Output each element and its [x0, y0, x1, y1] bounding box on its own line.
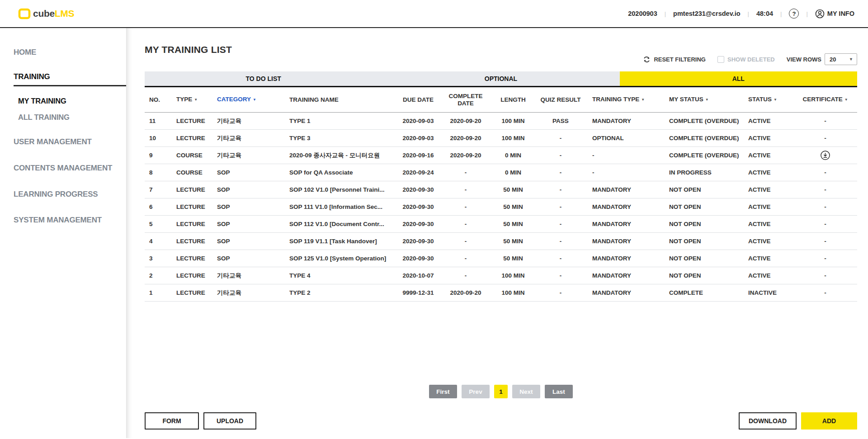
cell-category: 기타교육: [212, 289, 285, 297]
download-button[interactable]: DOWNLOAD: [739, 412, 797, 430]
cell-status: ACTIVE: [744, 135, 793, 142]
chevron-down-icon: ▼: [849, 57, 853, 61]
table-row[interactable]: 4LECTURESOPSOP 119 V1.1 [Task Handover]2…: [145, 233, 857, 250]
sidebar-item-home[interactable]: HOME: [14, 47, 126, 57]
column-header-category[interactable]: CATEGORY▼: [212, 96, 285, 104]
pagination-prev[interactable]: Prev: [462, 385, 490, 398]
tab-optional[interactable]: OPTIONAL: [382, 71, 619, 86]
active-section-underline: [14, 85, 126, 86]
cell-status: ACTIVE: [744, 238, 793, 245]
show-deleted-checkbox[interactable]: [717, 56, 724, 63]
sidebar-item-user-management[interactable]: USER MANAGEMENT: [14, 137, 126, 147]
cell-complete: -: [439, 186, 493, 193]
view-rows-select[interactable]: 20 ▼: [825, 53, 857, 65]
sidebar: HOMETRAININGMY TRAININGALL TRAININGUSER …: [0, 28, 127, 438]
cell-no: 11: [145, 118, 172, 124]
cell-due: 2020-09-30: [398, 186, 439, 193]
cell-training_type: -: [588, 169, 665, 176]
footer-actions: FORMUPLOAD DOWNLOADADD: [145, 412, 857, 430]
pagination-first[interactable]: First: [429, 385, 457, 398]
sidebar-item-contents-management[interactable]: CONTENTS MANAGEMENT: [14, 163, 126, 173]
tab-to-do-list[interactable]: TO DO LIST: [145, 71, 382, 86]
cell-my_status: NOT OPEN: [665, 221, 744, 227]
cell-status: ACTIVE: [744, 186, 793, 193]
cell-name: SOP 112 V1.0 [Document Contr...: [285, 221, 398, 227]
help-icon[interactable]: ?: [789, 9, 799, 19]
column-header-complete: COMPLETE DATE: [439, 93, 493, 107]
cell-length: 0 MIN: [493, 169, 533, 176]
column-header-training_type[interactable]: TRAINING TYPE▼: [588, 96, 665, 104]
sidebar-item-learning-progress[interactable]: LEARNING PROGRESS: [14, 189, 126, 199]
footer-actions-left: FORMUPLOAD: [145, 412, 256, 430]
session-timer: 48:04: [756, 10, 773, 17]
table-row[interactable]: 11LECTURE기타교육TYPE 12020-09-032020-09-201…: [145, 113, 857, 130]
my-info-button[interactable]: MY INFO: [815, 9, 854, 19]
app-logo[interactable]: cubeLMS: [18, 8, 74, 19]
cell-complete: -: [439, 203, 493, 210]
sidebar-item-my-training[interactable]: MY TRAINING: [18, 96, 126, 106]
cell-status: INACTIVE: [744, 289, 793, 296]
cell-complete: 2020-09-20: [439, 135, 493, 142]
column-header-status[interactable]: STATUS▼: [744, 96, 793, 104]
tab-all[interactable]: ALL: [620, 71, 857, 86]
cell-certificate: -: [793, 238, 857, 245]
cell-type: LECTURE: [172, 289, 212, 296]
add-button[interactable]: ADD: [801, 412, 857, 430]
cell-due: 2020-09-24: [398, 169, 439, 176]
column-header-name: TRAINING NAME: [285, 96, 398, 104]
cell-quiz: PASS: [533, 118, 588, 124]
cell-name: TYPE 4: [285, 272, 398, 279]
cell-type: LECTURE: [172, 238, 212, 245]
column-label-status: STATUS: [748, 96, 772, 103]
table-row[interactable]: 8COURSESOPSOP for QA Associate2020-09-24…: [145, 164, 857, 181]
pagination-next[interactable]: Next: [512, 385, 540, 398]
sidebar-item-all-training[interactable]: ALL TRAINING: [18, 112, 126, 122]
table-row[interactable]: 6LECTURESOPSOP 111 V1.0 [Information Sec…: [145, 198, 857, 216]
pagination: FirstPrev1NextLast: [145, 385, 857, 398]
cell-name: TYPE 1: [285, 118, 398, 124]
cell-complete: -: [439, 238, 493, 245]
cell-type: COURSE: [172, 169, 212, 176]
table-row[interactable]: 2LECTURE기타교육TYPE 42020-10-07-100 MIN-MAN…: [145, 267, 857, 284]
cell-certificate: -: [793, 289, 857, 296]
column-header-my_status[interactable]: MY STATUS▼: [665, 96, 744, 104]
cell-type: COURSE: [172, 152, 212, 159]
cube-logo-icon: [18, 8, 31, 19]
cell-due: 2020-09-30: [398, 238, 439, 245]
cell-complete: 2020-09-20: [439, 118, 493, 124]
cell-training_type: MANDATORY: [588, 203, 665, 210]
top-header: cubeLMS 20200903 | pmtest231@crsdev.io |…: [0, 0, 868, 28]
column-header-type[interactable]: TYPE▼: [172, 96, 212, 104]
upload-button[interactable]: UPLOAD: [203, 412, 256, 430]
cell-my_status: IN PROGRESS: [665, 169, 744, 176]
column-header-quiz: QUIZ RESULT: [533, 96, 588, 104]
cell-training_type: MANDATORY: [588, 186, 665, 193]
cell-type: LECTURE: [172, 221, 212, 227]
cell-training_type: MANDATORY: [588, 272, 665, 279]
table-row[interactable]: 1LECTURE기타교육TYPE 29999-12-312020-09-2010…: [145, 284, 857, 302]
cell-quiz: -: [533, 289, 588, 296]
form-button[interactable]: FORM: [145, 412, 199, 430]
table-row[interactable]: 9COURSE기타교육2020-09 종사자교육 - 모니터요원2020-09-…: [145, 147, 857, 164]
table-row[interactable]: 5LECTURESOPSOP 112 V1.0 [Document Contr.…: [145, 216, 857, 233]
session-date: 20200903: [628, 10, 657, 17]
cell-status: ACTIVE: [744, 169, 793, 176]
table-row[interactable]: 7LECTURESOPSOP 102 V1.0 [Personnel Train…: [145, 181, 857, 198]
cell-name: 2020-09 종사자교육 - 모니터요원: [285, 151, 398, 160]
cell-status: ACTIVE: [744, 152, 793, 159]
table-header: NO.TYPE▼CATEGORY▼TRAINING NAMEDUE DATECO…: [145, 87, 857, 113]
table-row[interactable]: 10LECTURE기타교육TYPE 32020-09-032020-09-201…: [145, 130, 857, 147]
cell-quiz: -: [533, 221, 588, 227]
sidebar-item-system-management[interactable]: SYSTEM MANAGEMENT: [14, 215, 126, 225]
table-row[interactable]: 3LECTURESOPSOP 125 V1.0 [System Operatio…: [145, 250, 857, 267]
sidebar-item-training[interactable]: TRAINING: [14, 72, 126, 82]
column-header-certificate[interactable]: CERTIFICATE▼: [793, 96, 857, 104]
column-label-length: LENGTH: [500, 96, 526, 103]
pagination-page-1[interactable]: 1: [494, 385, 508, 398]
view-rows-value: 20: [830, 56, 836, 63]
cell-length: 100 MIN: [493, 272, 533, 279]
certificate-download-button[interactable]: [793, 150, 857, 160]
pagination-last[interactable]: Last: [545, 385, 573, 398]
logo-text: cubeLMS: [33, 8, 74, 19]
reset-filtering-button[interactable]: RESET FILTERING: [643, 56, 706, 63]
